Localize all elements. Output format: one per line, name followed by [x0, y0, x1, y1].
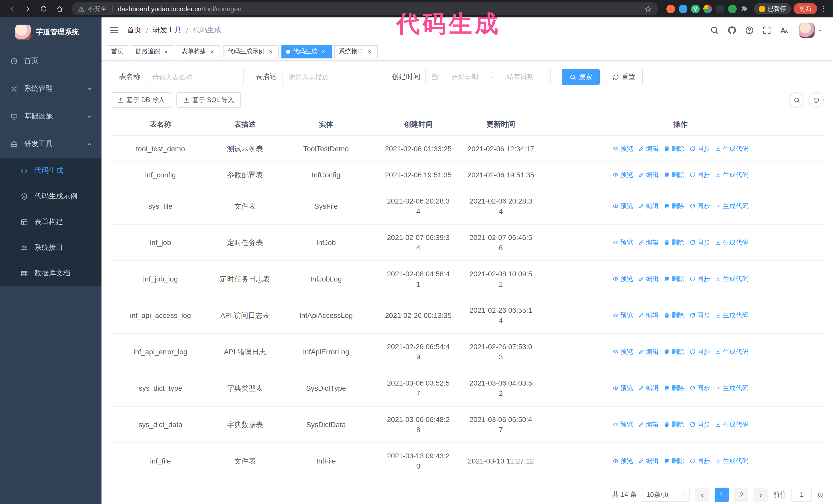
page-number-button[interactable]: 1 [715, 487, 729, 502]
row-action-link[interactable]: 删除 [664, 456, 684, 466]
date-range-picker[interactable]: 开始日期 - 结束日期 [426, 69, 551, 85]
row-action-link[interactable]: 生成代码 [715, 201, 748, 211]
row-action-link[interactable]: 预览 [613, 310, 633, 320]
tab[interactable]: 链路追踪 × [131, 45, 174, 58]
address-bar[interactable]: 不安全 | dashboard.yudao.iocoder.cn/tool/co… [72, 2, 658, 16]
reset-button[interactable]: 重置 [605, 69, 643, 85]
row-action-link[interactable]: 预览 [613, 169, 633, 180]
page-size-select[interactable]: 10条/页 [642, 487, 690, 502]
row-action-link[interactable]: 编辑 [638, 201, 659, 211]
goto-page-input[interactable] [791, 487, 812, 502]
row-action-link[interactable]: 同步 [689, 310, 710, 320]
table-desc-input[interactable] [282, 69, 380, 85]
tab[interactable]: 系统接口 × [334, 45, 378, 58]
page-number-button[interactable]: 2 [734, 487, 748, 502]
extension-icon[interactable] [703, 4, 712, 13]
row-action-link[interactable]: 删除 [664, 169, 684, 180]
row-action-link[interactable]: 生成代码 [715, 169, 748, 180]
row-action-link[interactable]: 同步 [689, 273, 710, 284]
row-action-link[interactable]: 生成代码 [715, 346, 748, 357]
refresh-table-button[interactable] [808, 92, 824, 108]
row-action-link[interactable]: 同步 [689, 201, 710, 211]
hamburger-icon[interactable] [109, 25, 119, 35]
row-action-link[interactable]: 同步 [689, 346, 710, 357]
browser-reload-button[interactable] [37, 2, 50, 16]
row-action-link[interactable]: 删除 [664, 273, 684, 284]
close-icon[interactable]: × [366, 48, 373, 55]
row-action-link[interactable]: 生成代码 [715, 237, 748, 247]
row-action-link[interactable]: 删除 [664, 346, 684, 357]
tab[interactable]: 代码生成示例 × [223, 45, 279, 58]
row-action-link[interactable]: 同步 [689, 237, 710, 247]
row-action-link[interactable]: 删除 [664, 201, 684, 211]
browser-back-button[interactable] [5, 2, 19, 16]
row-action-link[interactable]: 编辑 [638, 310, 659, 320]
sidebar-subitem[interactable]: 代码生成 [0, 158, 101, 184]
row-action-link[interactable]: 生成代码 [715, 456, 748, 466]
fullscreen-icon[interactable] [762, 26, 771, 35]
tab[interactable]: 代码生成 × [281, 45, 332, 58]
row-action-link[interactable]: 预览 [613, 143, 633, 153]
row-action-link[interactable]: 删除 [664, 143, 684, 153]
close-icon[interactable]: × [163, 48, 170, 55]
toggle-search-button[interactable] [789, 92, 804, 108]
app-logo[interactable]: 芋道管理系统 [0, 18, 101, 47]
row-action-link[interactable]: 编辑 [638, 383, 659, 393]
close-icon[interactable]: × [320, 48, 327, 55]
row-action-link[interactable]: 同步 [689, 456, 710, 466]
row-action-link[interactable]: 编辑 [638, 419, 659, 429]
breadcrumb-tools[interactable]: 研发工具 [153, 26, 182, 35]
row-action-link[interactable]: 预览 [613, 201, 633, 211]
user-avatar[interactable] [799, 23, 823, 38]
tab[interactable]: 首页 × [106, 45, 128, 58]
row-action-link[interactable]: 生成代码 [715, 273, 748, 284]
row-action-link[interactable]: 删除 [664, 237, 684, 247]
close-icon[interactable]: × [267, 48, 274, 55]
row-action-link[interactable]: 编辑 [638, 169, 659, 180]
import-sql-button[interactable]: 基于 SQL 导入 [176, 92, 241, 108]
row-action-link[interactable]: 编辑 [638, 346, 659, 357]
sidebar-subitem[interactable]: 系统接口 [0, 235, 101, 261]
sidebar-subitem[interactable]: 表单构建 [0, 209, 101, 235]
row-action-link[interactable]: 编辑 [638, 273, 659, 284]
row-action-link[interactable]: 预览 [613, 346, 633, 357]
close-icon[interactable]: × [209, 48, 216, 55]
next-page-button[interactable]: › [754, 487, 768, 502]
row-action-link[interactable]: 删除 [664, 419, 684, 429]
browser-forward-button[interactable] [21, 2, 34, 16]
row-action-link[interactable]: 预览 [613, 237, 633, 247]
table-name-input[interactable] [146, 69, 244, 85]
breadcrumb-home[interactable]: 首页 [127, 26, 142, 35]
row-action-link[interactable]: 编辑 [638, 143, 659, 153]
row-action-link[interactable]: 生成代码 [715, 143, 748, 153]
row-action-link[interactable]: 同步 [689, 419, 710, 429]
prev-page-button[interactable]: ‹ [695, 487, 710, 502]
row-action-link[interactable]: 编辑 [638, 456, 659, 466]
question-icon[interactable] [745, 26, 754, 35]
sidebar-item[interactable]: 基础设施 [0, 102, 101, 130]
row-action-link[interactable]: 删除 [664, 383, 684, 393]
browser-update-button[interactable]: 更新 [793, 3, 817, 14]
row-action-link[interactable]: 同步 [689, 383, 710, 393]
search-button[interactable]: 搜索 [562, 69, 600, 85]
puzzle-icon[interactable] [740, 4, 749, 13]
row-action-link[interactable]: 生成代码 [715, 419, 748, 429]
extension-icon[interactable] [679, 4, 687, 13]
extension-icon[interactable]: V [691, 4, 700, 13]
row-action-link[interactable]: 生成代码 [715, 310, 748, 320]
sidebar-item[interactable]: 系统管理 [0, 75, 101, 102]
row-action-link[interactable]: 删除 [664, 310, 684, 320]
star-icon[interactable] [644, 5, 652, 13]
sidebar-item[interactable]: 研发工具 [0, 130, 101, 158]
fontsize-icon[interactable] [780, 26, 789, 35]
github-icon[interactable] [728, 26, 737, 35]
row-action-link[interactable]: 编辑 [638, 237, 659, 247]
row-action-link[interactable]: 预览 [613, 456, 633, 466]
row-action-link[interactable]: 生成代码 [715, 383, 748, 393]
paused-extension-badge[interactable]: 已暂停 [754, 3, 791, 14]
tab[interactable]: 表单构建 × [177, 45, 220, 58]
browser-home-button[interactable] [53, 2, 66, 16]
search-icon[interactable] [710, 26, 719, 35]
extension-icon[interactable] [716, 4, 724, 13]
sidebar-subitem[interactable]: 数据库文档 [0, 261, 101, 286]
